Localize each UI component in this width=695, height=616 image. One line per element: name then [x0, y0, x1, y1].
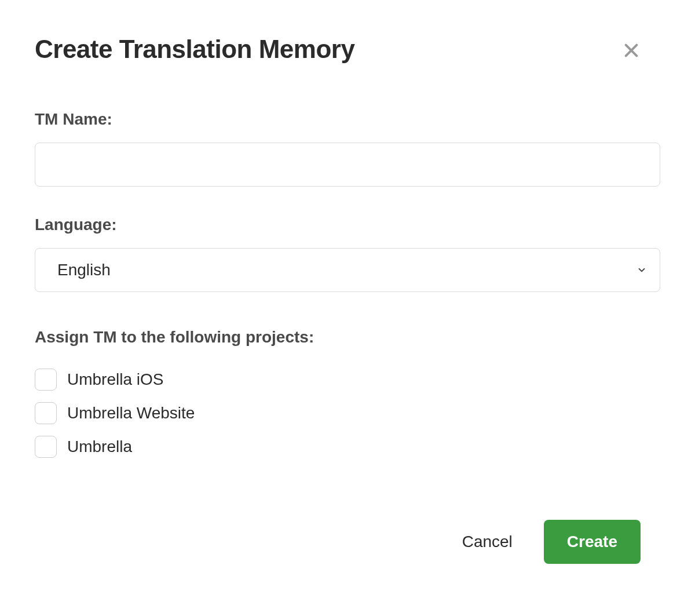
checkbox-box — [35, 436, 57, 458]
create-tm-modal: Create Translation Memory TM Name: Langu… — [0, 0, 695, 616]
modal-header: Create Translation Memory — [35, 35, 660, 64]
projects-checkbox-list: Umbrella iOS Umbrella Website Umbrella — [35, 369, 660, 458]
language-select[interactable]: English — [35, 248, 660, 292]
language-label: Language: — [35, 216, 660, 234]
close-icon — [622, 41, 641, 61]
modal-footer: Cancel Create — [462, 520, 641, 564]
chevron-down-icon — [637, 261, 647, 279]
cancel-button[interactable]: Cancel — [462, 533, 513, 551]
modal-title: Create Translation Memory — [35, 35, 354, 64]
language-selected-value: English — [57, 261, 111, 279]
project-checkbox-item[interactable]: Umbrella — [35, 436, 660, 458]
close-button[interactable] — [620, 39, 643, 63]
language-group: Language: English — [35, 216, 660, 292]
assign-projects-section: Assign TM to the following projects: Umb… — [35, 328, 660, 458]
checkbox-box — [35, 402, 57, 424]
project-label: Umbrella — [67, 438, 132, 456]
tm-name-label: TM Name: — [35, 110, 660, 129]
assign-projects-label: Assign TM to the following projects: — [35, 328, 660, 347]
checkbox-box — [35, 369, 57, 391]
project-label: Umbrella iOS — [67, 370, 163, 389]
project-label: Umbrella Website — [67, 404, 195, 422]
tm-name-input[interactable] — [35, 143, 660, 187]
project-checkbox-item[interactable]: Umbrella Website — [35, 402, 660, 424]
project-checkbox-item[interactable]: Umbrella iOS — [35, 369, 660, 391]
create-button[interactable]: Create — [544, 520, 641, 564]
tm-name-group: TM Name: — [35, 110, 660, 187]
